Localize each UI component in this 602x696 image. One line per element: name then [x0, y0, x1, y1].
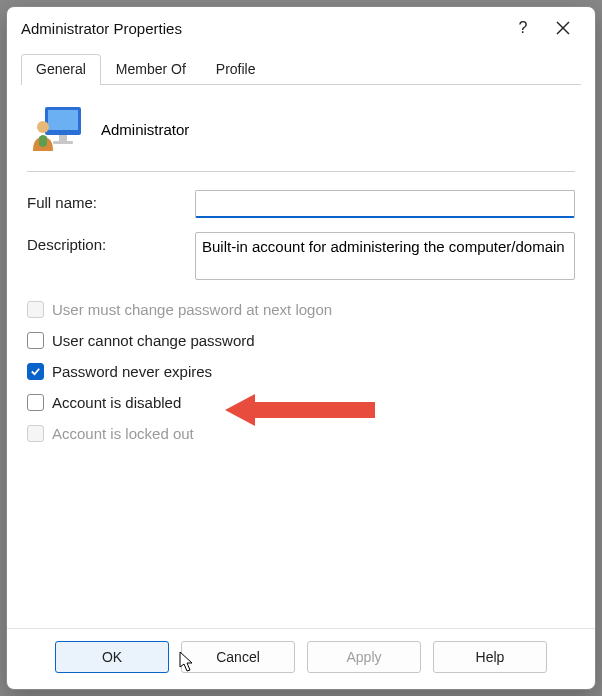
dialog-content: General Member Of Profile Administrator	[7, 47, 595, 628]
button-label: Apply	[346, 649, 381, 665]
help-button[interactable]: ?	[503, 13, 543, 43]
tab-label: Profile	[216, 61, 256, 77]
tab-label: Member Of	[116, 61, 186, 77]
tab-label: General	[36, 61, 86, 77]
fullname-field: Full name:	[27, 190, 575, 218]
ok-button[interactable]: OK	[55, 641, 169, 673]
checkbox-label: Password never expires	[52, 363, 212, 380]
button-label: OK	[102, 649, 122, 665]
checkbox-label: Account is disabled	[52, 394, 181, 411]
button-label: Help	[476, 649, 505, 665]
close-button[interactable]	[543, 13, 583, 43]
dialog-buttons: OK Cancel Apply Help	[7, 628, 595, 689]
fullname-label: Full name:	[27, 190, 187, 211]
user-monitor-icon	[31, 105, 83, 153]
titlebar: Administrator Properties ?	[7, 7, 595, 47]
close-icon	[556, 21, 570, 35]
cursor-icon	[179, 651, 195, 673]
tab-strip: General Member Of Profile	[21, 53, 581, 85]
description-label: Description:	[27, 232, 187, 253]
check-never-expires[interactable]: Password never expires	[27, 356, 575, 387]
checkbox-icon	[27, 425, 44, 442]
svg-rect-5	[53, 141, 73, 144]
checkbox-icon	[27, 332, 44, 349]
checkbox-checked-icon	[27, 363, 44, 380]
cancel-button[interactable]: Cancel	[181, 641, 295, 673]
apply-button[interactable]: Apply	[307, 641, 421, 673]
user-header: Administrator	[27, 101, 575, 167]
properties-dialog: Administrator Properties ? General Membe…	[6, 6, 596, 690]
tab-profile[interactable]: Profile	[201, 54, 271, 85]
checkbox-icon	[27, 394, 44, 411]
svg-rect-3	[48, 110, 78, 130]
username-label: Administrator	[101, 121, 189, 138]
tab-panel-general: Administrator Full name: Description: Us…	[21, 85, 581, 618]
tab-member-of[interactable]: Member Of	[101, 54, 201, 85]
checkbox-label: User cannot change password	[52, 332, 255, 349]
description-field: Description:	[27, 232, 575, 280]
tab-general[interactable]: General	[21, 54, 101, 85]
window-title: Administrator Properties	[21, 20, 503, 37]
checkbox-group: User must change password at next logon …	[27, 294, 575, 449]
checkbox-label: User must change password at next logon	[52, 301, 332, 318]
annotation-arrow-icon	[225, 390, 385, 430]
button-label: Cancel	[216, 649, 260, 665]
checkbox-icon	[27, 301, 44, 318]
check-cannot-change[interactable]: User cannot change password	[27, 325, 575, 356]
svg-marker-7	[225, 394, 375, 426]
check-must-change: User must change password at next logon	[27, 294, 575, 325]
divider	[27, 171, 575, 172]
question-icon: ?	[519, 19, 528, 37]
svg-point-6	[37, 121, 49, 133]
svg-rect-4	[59, 135, 67, 141]
checkbox-label: Account is locked out	[52, 425, 194, 442]
description-input[interactable]	[195, 232, 575, 280]
help-dialog-button[interactable]: Help	[433, 641, 547, 673]
fullname-input[interactable]	[195, 190, 575, 218]
